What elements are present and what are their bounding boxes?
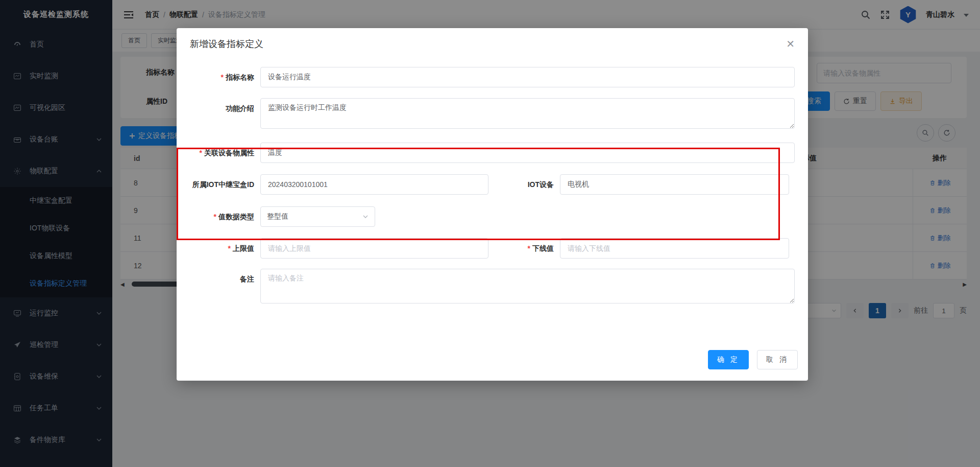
device-attr-label: 关联设备物属性: [189, 143, 260, 163]
value-type-select[interactable]: 整型值: [260, 206, 375, 227]
device-attr-field[interactable]: [260, 143, 795, 163]
metric-name-field[interactable]: [260, 67, 795, 87]
description-field[interactable]: 监测设备运行时工作温度: [260, 98, 795, 129]
add-metric-dialog: 新增设备指标定义 ✕ 指标名称 功能介绍 监测设备运行时工作温度 关联设备物属性…: [177, 28, 808, 381]
iot-box-id-label: 所属IOT中继宝盒ID: [189, 174, 260, 195]
dialog-header: 新增设备指标定义 ✕: [177, 28, 808, 60]
dialog-title: 新增设备指标定义: [190, 38, 263, 50]
iot-device-label: IOT设备: [488, 174, 560, 195]
iot-box-id-field[interactable]: [260, 174, 488, 195]
value-type-label: 值数据类型: [189, 206, 260, 227]
metric-name-label: 指标名称: [189, 67, 260, 87]
cancel-button[interactable]: 取 消: [757, 350, 798, 369]
close-icon[interactable]: ✕: [786, 39, 795, 49]
description-label: 功能介绍: [189, 98, 260, 119]
dialog-form: 指标名称 功能介绍 监测设备运行时工作温度 关联设备物属性 所属IOT中继宝盒I…: [177, 60, 808, 303]
lower-limit-label: 下线值: [488, 238, 560, 259]
value-type-selected: 整型值: [267, 212, 288, 221]
confirm-button[interactable]: 确 定: [708, 350, 749, 369]
upper-limit-field[interactable]: [260, 238, 488, 259]
remark-label: 备注: [189, 269, 260, 289]
remark-field[interactable]: [260, 269, 795, 303]
dialog-footer: 确 定 取 消: [708, 350, 798, 369]
iot-device-field[interactable]: [560, 174, 789, 195]
lower-limit-field[interactable]: [560, 238, 789, 259]
upper-limit-label: 上限值: [189, 238, 260, 259]
chevron-down-icon: [362, 214, 369, 220]
